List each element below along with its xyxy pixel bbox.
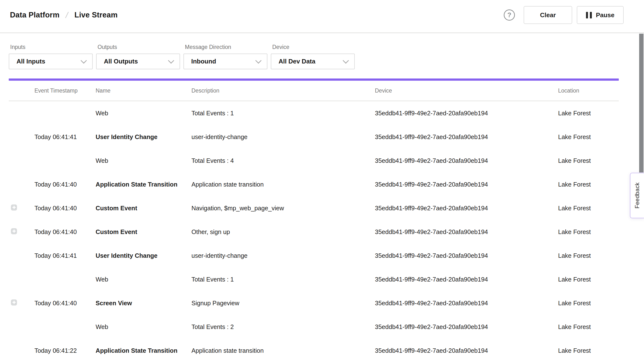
table-row[interactable]: Today 06:41:40 Custom Event Other, sign … — [9, 220, 619, 244]
cell-name: Application State Transition — [96, 181, 192, 188]
cell-description: user-identity-change — [192, 134, 375, 141]
table-row[interactable]: Web Total Events : 2 35eddb41-9ff9-49e2-… — [9, 315, 619, 339]
cell-event-timestamp: Today 06:41:40 — [34, 300, 96, 307]
table-row[interactable]: Today 06:41:40 Screen View Signup Pagevi… — [9, 291, 619, 315]
message-direction-select[interactable]: Inbound — [184, 53, 268, 69]
column-header-event-timestamp: Event Timestamp — [34, 87, 96, 94]
table-row[interactable]: Today 06:41:41 User Identity Change user… — [9, 125, 619, 149]
event-table: Event Timestamp Name Description Device … — [9, 81, 619, 360]
table-body: Web Total Events : 1 35eddb41-9ff9-49e2-… — [9, 101, 619, 360]
filter-bar: Inputs All Inputs Outputs All Outputs Me… — [0, 33, 644, 69]
expand-cell — [9, 323, 34, 331]
column-header-name: Name — [96, 87, 192, 94]
expand-cell — [9, 347, 34, 355]
cell-location: Lake Forest — [558, 205, 619, 212]
cell-device: 35eddb41-9ff9-49e2-7aed-20afa90eb194 — [375, 347, 558, 354]
filter-outputs: Outputs All Outputs — [96, 44, 180, 69]
expand-cell — [9, 252, 34, 259]
cell-event-timestamp: Today 06:41:41 — [34, 252, 96, 259]
cell-device: 35eddb41-9ff9-49e2-7aed-20afa90eb194 — [375, 252, 558, 259]
cell-device: 35eddb41-9ff9-49e2-7aed-20afa90eb194 — [375, 205, 558, 212]
filter-outputs-label: Outputs — [96, 44, 180, 50]
cell-description: Application state transition — [192, 347, 375, 354]
cell-location: Lake Forest — [558, 276, 619, 283]
pause-button-label: Pause — [596, 11, 615, 19]
breadcrumb-parent[interactable]: Data Platform — [10, 11, 60, 19]
cell-description: Total Events : 4 — [192, 157, 375, 164]
cell-location: Lake Forest — [558, 157, 619, 164]
filter-message-direction-label: Message Direction — [184, 44, 268, 50]
column-header-device: Device — [375, 87, 558, 94]
table-row[interactable]: Today 06:41:22 Application State Transit… — [9, 339, 619, 360]
cell-location: Lake Forest — [558, 181, 619, 188]
cell-device: 35eddb41-9ff9-49e2-7aed-20afa90eb194 — [375, 181, 558, 188]
feedback-tab-label: Feedback — [634, 182, 640, 209]
breadcrumb: Data Platform / Live Stream — [10, 10, 118, 20]
cell-device: 35eddb41-9ff9-49e2-7aed-20afa90eb194 — [375, 276, 558, 283]
column-header-location: Location — [558, 87, 619, 94]
inputs-select-value: All Inputs — [16, 58, 45, 65]
chevron-down-icon — [80, 57, 87, 63]
cell-device: 35eddb41-9ff9-49e2-7aed-20afa90eb194 — [375, 323, 558, 331]
cell-event-timestamp: Today 06:41:41 — [34, 134, 96, 141]
cell-description: Signup Pageview — [192, 300, 375, 307]
table-row[interactable]: Today 06:41:40 Custom Event Navigation, … — [9, 196, 619, 220]
cell-name: Web — [96, 157, 192, 164]
cell-device: 35eddb41-9ff9-49e2-7aed-20afa90eb194 — [375, 134, 558, 141]
table-row[interactable]: Today 06:41:40 Application State Transit… — [9, 173, 619, 196]
page-title: Live Stream — [74, 11, 118, 19]
live-stream-page: Data Platform / Live Stream ? Clear Paus… — [0, 0, 644, 360]
cell-description: Total Events : 2 — [192, 323, 375, 331]
cell-event-timestamp: Today 06:41:40 — [34, 205, 96, 212]
cell-location: Lake Forest — [558, 228, 619, 235]
table-header-row: Event Timestamp Name Description Device … — [9, 81, 619, 101]
pause-button[interactable]: Pause — [577, 6, 624, 24]
table-row[interactable]: Web Total Events : 1 35eddb41-9ff9-49e2-… — [9, 101, 619, 125]
table-row[interactable]: Today 06:41:41 User Identity Change user… — [9, 244, 619, 267]
column-header-description: Description — [192, 87, 375, 94]
filter-inputs: Inputs All Inputs — [9, 44, 93, 69]
expand-cell — [9, 110, 34, 117]
breadcrumb-separator-icon: / — [65, 10, 69, 20]
cell-location: Lake Forest — [558, 347, 619, 354]
feedback-tab[interactable]: Feedback — [630, 173, 644, 218]
expand-plus-icon[interactable] — [11, 228, 17, 234]
table-row[interactable]: Web Total Events : 1 35eddb41-9ff9-49e2-… — [9, 267, 619, 291]
help-icon[interactable]: ? — [504, 9, 515, 20]
chevron-down-icon — [343, 57, 349, 63]
vertical-scrollbar[interactable] — [639, 34, 644, 173]
inputs-select[interactable]: All Inputs — [9, 53, 93, 69]
cell-name: Application State Transition — [96, 347, 192, 354]
clear-button[interactable]: Clear — [524, 6, 572, 24]
expand-plus-icon[interactable] — [11, 204, 17, 210]
cell-description: Total Events : 1 — [192, 276, 375, 283]
expand-cell — [9, 181, 34, 188]
cell-description: user-identity-change — [192, 252, 375, 259]
cell-event-timestamp: Today 06:41:40 — [34, 181, 96, 188]
cell-description: Other, sign up — [192, 228, 375, 235]
outputs-select[interactable]: All Outputs — [96, 53, 180, 69]
expand-plus-icon[interactable] — [11, 299, 17, 306]
accent-divider — [9, 78, 619, 81]
cell-name: Web — [96, 276, 192, 283]
cell-location: Lake Forest — [558, 134, 619, 141]
cell-name: User Identity Change — [96, 134, 192, 141]
chevron-down-icon — [255, 57, 261, 63]
expand-cell — [9, 228, 34, 236]
message-direction-select-value: Inbound — [191, 58, 216, 65]
filter-inputs-label: Inputs — [9, 44, 93, 50]
cell-name: Web — [96, 323, 192, 331]
outputs-select-value: All Outputs — [104, 58, 138, 65]
filter-device-label: Device — [271, 44, 355, 50]
top-header: Data Platform / Live Stream ? Clear Paus… — [0, 0, 644, 33]
cell-name: Web — [96, 110, 192, 117]
device-select[interactable]: All Dev Data — [271, 53, 355, 69]
cell-device: 35eddb41-9ff9-49e2-7aed-20afa90eb194 — [375, 228, 558, 235]
cell-description: Application state transition — [192, 181, 375, 188]
cell-name: Custom Event — [96, 205, 192, 212]
filter-message-direction: Message Direction Inbound — [184, 44, 268, 69]
table-row[interactable]: Web Total Events : 4 35eddb41-9ff9-49e2-… — [9, 149, 619, 173]
cell-description: Navigation, $mp_web_page_view — [192, 205, 375, 212]
expand-cell — [9, 157, 34, 165]
pause-icon — [586, 12, 592, 18]
